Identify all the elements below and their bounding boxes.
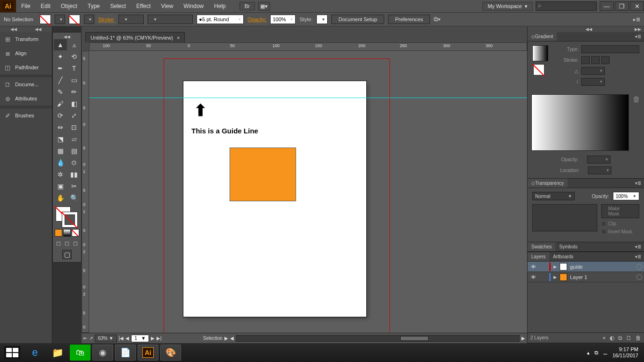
transparency-panel-menu-icon[interactable]: ▾≣ xyxy=(632,181,644,186)
layer-name[interactable]: guide xyxy=(570,264,634,270)
mask-preview[interactable] xyxy=(532,204,597,231)
system-clock[interactable]: 9:17 PM 16/11/2017 xyxy=(612,346,638,359)
align-icon[interactable]: ⧉▾ xyxy=(434,16,440,23)
line-tool[interactable]: ╱ xyxy=(54,74,67,86)
stroke-grad-across[interactable] xyxy=(601,56,610,64)
nav-last-icon[interactable]: ▶| xyxy=(157,336,162,341)
draw-normal-button[interactable]: ◻ xyxy=(55,239,62,247)
free-transform-tool[interactable]: ⊡ xyxy=(67,122,81,133)
blob-brush-tool[interactable]: 🖌 xyxy=(54,98,67,109)
scroll-right-icon[interactable]: ▶ xyxy=(521,336,525,341)
help-search-input[interactable] xyxy=(536,1,597,11)
vertical-ruler[interactable]: 50505015015025025035 xyxy=(82,51,89,333)
make-mask-button[interactable]: Make Mask xyxy=(601,204,639,218)
eraser-tool[interactable]: ◧ xyxy=(67,98,81,109)
zoom-field[interactable]: 63% ▼ xyxy=(95,335,117,342)
stroke-grad-along[interactable] xyxy=(591,56,600,64)
graph-tool[interactable]: ▮▮ xyxy=(67,169,81,180)
tray-dropbox-icon[interactable]: ⧉ xyxy=(594,350,598,356)
gradient-tab[interactable]: ◇ Gradient xyxy=(528,32,557,41)
arrange-button[interactable]: ▦▾ xyxy=(258,2,270,11)
lasso-tool[interactable]: ⟲ xyxy=(67,51,81,62)
locate-object-icon[interactable]: ⌖ xyxy=(603,335,606,341)
mesh-tool[interactable]: ▦ xyxy=(54,145,67,156)
fill-stroke-indicator[interactable] xyxy=(54,206,80,226)
nav-prev-icon[interactable]: ◀ xyxy=(125,336,129,341)
canvas[interactable]: ⬆ This is a Guide Line xyxy=(89,51,527,333)
window-close-button[interactable]: ✕ xyxy=(630,1,644,11)
transparency-tab[interactable]: ◇ Transparency xyxy=(528,179,568,188)
horizontal-ruler[interactable]: 10050050100150200250300350 xyxy=(89,42,527,51)
magic-wand-tool[interactable]: ✦ xyxy=(54,51,67,62)
var-width-profile[interactable]: ▼ xyxy=(148,15,193,24)
close-tab-icon[interactable]: × xyxy=(177,35,180,41)
layer-row[interactable]: 👁▶guide xyxy=(528,262,644,272)
graphic-style[interactable]: ▼ xyxy=(316,15,328,24)
layers-panel-menu-icon[interactable]: ▾≣ xyxy=(632,254,644,259)
left-dock-collapse[interactable]: ◀◀ ◀◀ xyxy=(0,26,52,32)
hand-tool[interactable]: ✋ xyxy=(54,192,67,204)
nav-first-icon[interactable]: |◀ xyxy=(119,336,124,341)
panel-button-transform[interactable]: ⊞Transform xyxy=(0,32,52,46)
export-icon[interactable]: ↗ xyxy=(89,336,93,341)
gradient-ramp[interactable] xyxy=(531,94,629,151)
artboards-tab[interactable]: Artboards xyxy=(549,252,577,261)
direct-selection-tool[interactable]: ▵ xyxy=(67,39,81,50)
gradient-thumbnail[interactable] xyxy=(532,45,548,61)
first-artboard-icon[interactable]: ⇤ xyxy=(83,336,87,341)
scale-tool[interactable]: ⤢ xyxy=(67,110,81,121)
stroke-weight-field[interactable]: ▼ xyxy=(118,15,144,24)
start-button[interactable] xyxy=(2,345,23,361)
bridge-button[interactable]: Br xyxy=(239,2,255,10)
layers-tab[interactable]: Layers xyxy=(528,252,549,261)
menu-type[interactable]: Type xyxy=(83,0,105,12)
none-mode-button[interactable] xyxy=(72,229,79,237)
rectangle-tool[interactable]: ▭ xyxy=(67,74,81,86)
visibility-toggle[interactable]: 👁 xyxy=(529,274,537,280)
gradient-mode-button[interactable] xyxy=(63,229,71,237)
clip-checkbox[interactable]: Clip xyxy=(601,221,639,226)
status-dropdown-icon[interactable]: ▶ xyxy=(224,336,228,341)
gradient-tool[interactable]: ▤ xyxy=(67,145,81,156)
menu-edit[interactable]: Edit xyxy=(35,0,56,12)
menu-object[interactable]: Object xyxy=(56,0,83,12)
gradient-panel-menu-icon[interactable]: ▾≣ xyxy=(632,34,644,39)
swatches-tab[interactable]: Swatches xyxy=(528,242,555,251)
pen-tool[interactable]: ✒ xyxy=(54,63,67,74)
menu-help[interactable]: Help xyxy=(209,0,231,12)
taskbar-store[interactable]: 🛍 xyxy=(70,345,91,361)
visibility-toggle[interactable]: 👁 xyxy=(529,264,537,270)
width-tool[interactable]: ⇔ xyxy=(54,122,67,133)
taskbar-explorer[interactable]: 📁 xyxy=(47,345,68,361)
stroke-label[interactable]: Stroke: xyxy=(98,16,115,22)
expand-layer-icon[interactable]: ▶ xyxy=(553,264,557,269)
right-dock-collapse[interactable]: ◀◀ ▶▶ xyxy=(528,26,644,32)
toolbox-collapse[interactable]: ◀◀ xyxy=(54,34,80,39)
workspace-switcher[interactable]: My Workspace▾ xyxy=(482,2,533,11)
symbol-sprayer-tool[interactable]: ✲ xyxy=(54,169,67,180)
type-tool[interactable]: T xyxy=(67,63,81,74)
artboard-tool[interactable]: ▣ xyxy=(54,181,67,192)
taskbar-illustrator[interactable]: Ai xyxy=(138,345,158,361)
slice-tool[interactable]: ✂ xyxy=(67,181,81,192)
brush-definition[interactable]: ● 5 pt. Round▼ xyxy=(197,15,244,24)
perspective-tool[interactable]: ▱ xyxy=(67,133,81,145)
opacity-label[interactable]: Opacity: xyxy=(248,16,266,22)
new-layer-icon[interactable]: 🗋 xyxy=(626,335,632,341)
fill-dropdown[interactable]: ▼ xyxy=(55,15,65,24)
nav-next-icon[interactable]: ▶ xyxy=(151,336,155,341)
guide-line[interactable] xyxy=(89,98,527,98)
symbols-tab[interactable]: Symbols xyxy=(555,242,581,251)
eyedropper-tool[interactable]: 💧 xyxy=(54,157,67,168)
gradient-aspect-field[interactable]: ▼ xyxy=(581,78,605,86)
gradient-angle-field[interactable]: ▼ xyxy=(581,67,605,75)
tray-network-icon[interactable]: ⚊ xyxy=(603,350,608,356)
stop-location-field[interactable]: ▼ xyxy=(588,166,611,174)
swatches-panel-menu-icon[interactable]: ▾≣ xyxy=(632,244,644,249)
draw-behind-button[interactable]: ◻ xyxy=(63,239,71,247)
blend-mode-field[interactable]: Normal▼ xyxy=(532,192,575,200)
taskbar-ie[interactable]: e xyxy=(25,345,45,361)
layer-target-icon[interactable] xyxy=(636,264,642,270)
artboard-number-field[interactable]: 1 ▼ xyxy=(131,335,149,342)
layer-target-icon[interactable] xyxy=(636,274,642,280)
